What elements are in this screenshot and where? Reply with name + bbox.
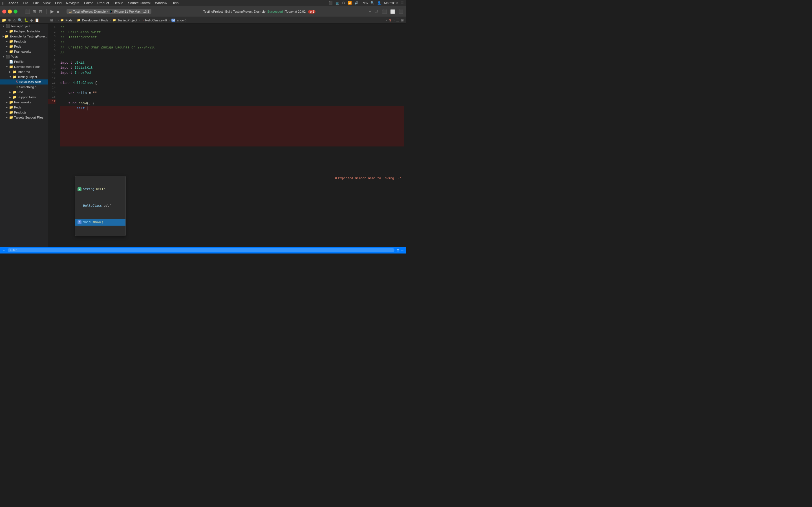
tree-label: Frameworks: [14, 50, 31, 53]
inspector-toggle-icon[interactable]: ⬛: [398, 9, 404, 14]
tree-item-products-2[interactable]: ▶ 📁 Products: [0, 110, 48, 115]
sidebar-toggle-icon[interactable]: ⬛: [24, 9, 31, 14]
editor-toolbar: ⊞ ‹ › 📁 Pods › 📁 Development Pods › 📁 Te…: [48, 17, 406, 24]
report-icon[interactable]: 📋: [35, 18, 39, 22]
arrow-icon: ›: [107, 10, 108, 13]
autocomplete-item-show[interactable]: M Void show(): [75, 219, 125, 226]
menu-find[interactable]: Find: [55, 1, 61, 5]
split-editor-icon[interactable]: ⇄: [375, 9, 379, 14]
filter-icon[interactable]: ⊟: [38, 9, 43, 14]
sidebar-toolbar: 📁 ⊕ ⚠ 🔍 🐛 ◆ 📋: [0, 17, 48, 24]
minimize-window-button[interactable]: [8, 10, 12, 13]
folder-icon[interactable]: 📁: [2, 18, 6, 22]
debug-icon[interactable]: 🐛: [24, 18, 29, 22]
sound-icon: 🔊: [355, 1, 359, 5]
menu-editor[interactable]: Editor: [84, 1, 93, 5]
menu-product[interactable]: Product: [97, 1, 109, 5]
menu-window[interactable]: Window: [155, 1, 167, 5]
alternate-layout-icon[interactable]: ⬜: [390, 9, 396, 14]
autocomplete-item-hello[interactable]: V String hello: [75, 186, 125, 193]
list-view-icon[interactable]: ☰: [401, 248, 404, 252]
autocomplete-type-3: Void: [83, 220, 91, 225]
filter-input[interactable]: [8, 248, 395, 252]
tree-item-testing-project-sub[interactable]: ▼ 📁 TestingProject: [0, 74, 48, 79]
hierarchy-icon[interactable]: ⊞: [32, 9, 37, 14]
tree-item-podfile[interactable]: 📄 Podfile: [0, 59, 48, 64]
tree-item-frameworks-2[interactable]: ▶ 📁 Frameworks: [0, 100, 48, 105]
project-name: TestingProject-Example: [73, 10, 106, 13]
breadcrumb-dev-pods[interactable]: Development Pods: [82, 18, 108, 22]
menu-debug[interactable]: Debug: [113, 1, 123, 5]
tree-item-innerpod[interactable]: ▶ 📁 InnerPod: [0, 69, 48, 74]
back-icon[interactable]: ‹: [55, 18, 56, 22]
tree-item-pods-sub[interactable]: ▶ 📁 Pods: [0, 105, 48, 110]
breadcrumb-pods[interactable]: Pods: [65, 18, 72, 22]
tree-item-something-h[interactable]: H Something.h: [0, 84, 48, 90]
tree-item-frameworks-1[interactable]: ▶ 📁 Frameworks: [0, 49, 48, 54]
editor-options-icon[interactable]: ☰: [396, 18, 399, 22]
menubar:  Xcode File Edit View Find Navigate Edi…: [0, 0, 406, 6]
code-editor[interactable]: 1 2 3 4 5 6 7 8 9 10 11 12 13 14 15 16 1…: [48, 24, 406, 247]
menu-extras-icon[interactable]: ☰: [401, 1, 404, 5]
code-content[interactable]: // // HelloClass.swift // TestingProject…: [58, 24, 406, 247]
tree-label: Development Pods: [14, 65, 40, 68]
editor-area: ⊞ ‹ › 📁 Pods › 📁 Development Pods › 📁 Te…: [48, 17, 406, 247]
menu-view[interactable]: View: [43, 1, 50, 5]
project-selector[interactable]: 🗂 TestingProject-Example › 📱 iPhone 11 P…: [66, 9, 151, 14]
warning-icon[interactable]: ⚠: [13, 18, 16, 22]
tree-label: HelloClass.swift: [19, 80, 41, 83]
tree-item-dev-pods[interactable]: ▼ 📁 Development Pods: [0, 64, 48, 69]
tree-item-products-1[interactable]: ▶ 📁 Products: [0, 39, 48, 44]
search-icon[interactable]: 🔍: [370, 1, 374, 5]
tree-label: Targets Support Files: [14, 116, 43, 119]
prev-issue-icon[interactable]: ‹: [386, 18, 387, 22]
menu-help[interactable]: Help: [172, 1, 179, 5]
stop-button[interactable]: ■: [56, 9, 59, 14]
maximize-window-button[interactable]: [13, 10, 17, 13]
breakpoint-icon[interactable]: ◆: [30, 18, 33, 22]
tree-item-testing-project[interactable]: ▼ ⬛ TestingProject: [0, 24, 48, 29]
breadcrumb-file[interactable]: HelloClass.swift: [145, 18, 167, 22]
device-name: iPhone 11 Pro Max - 13.3: [114, 10, 149, 13]
screen-icon: ⬛: [329, 1, 333, 5]
search-sidebar-icon[interactable]: 🔍: [18, 18, 22, 22]
add-button[interactable]: ＋: [367, 8, 372, 15]
method-badge: M: [171, 18, 175, 22]
git-icon[interactable]: ⊕: [8, 18, 11, 22]
menu-xcode[interactable]: Xcode: [8, 1, 18, 5]
tree-item-targets-support[interactable]: ▶ 📁 Targets Support Files: [0, 115, 48, 120]
no-badge: [78, 204, 82, 208]
menu-edit[interactable]: Edit: [33, 1, 39, 5]
grid-icon[interactable]: ⊞: [50, 18, 53, 22]
autocomplete-name-1: hello: [96, 187, 105, 192]
menu-navigate[interactable]: Navigate: [66, 1, 79, 5]
airplay-icon: 📺: [336, 1, 340, 5]
menu-file[interactable]: File: [23, 1, 28, 5]
breadcrumb-testing-project[interactable]: TestingProject: [117, 18, 137, 22]
dev-pods-folder-icon: 📁: [77, 18, 80, 22]
tree-item-podspec-metadata[interactable]: ▶ 📁 Podspec Metadata: [0, 29, 48, 34]
apple-menu[interactable]: : [2, 1, 4, 5]
add-file-icon[interactable]: ＋: [2, 248, 5, 252]
forward-icon[interactable]: ›: [57, 18, 59, 22]
tree-item-example[interactable]: ▶ 📁 Example for TestingProject: [0, 34, 48, 39]
next-issue-icon[interactable]: ›: [393, 18, 395, 22]
run-button[interactable]: ▶: [50, 8, 54, 15]
bluetooth-icon: ⬡: [342, 1, 345, 5]
grid-view-icon[interactable]: ⊞: [397, 248, 399, 252]
breadcrumb-method[interactable]: show(): [177, 18, 186, 22]
tree-item-pods-project[interactable]: ▼ ⬛ Pods: [0, 54, 48, 59]
autocomplete-item-self[interactable]: HelloClass self: [75, 203, 125, 209]
close-window-button[interactable]: [2, 10, 6, 13]
tree-item-helloclass-swift[interactable]: S HelloClass.swift: [0, 79, 48, 84]
panel-layout-icon[interactable]: ⬛: [382, 9, 388, 14]
split-editor-btn[interactable]: ⊞: [401, 18, 404, 22]
tree-item-pods-group[interactable]: ▶ 📁 Pods: [0, 44, 48, 49]
tree-item-pod-sub[interactable]: ▶ 📁 Pod: [0, 90, 48, 95]
tree-label: Products: [14, 40, 26, 43]
tree-label: TestingProject: [11, 24, 30, 28]
tree-item-support-files[interactable]: ▶ 📁 Support Files: [0, 95, 48, 100]
tree-label: Pods: [11, 55, 18, 58]
breadcrumb-sep-2: ›: [110, 18, 111, 22]
menu-source-control[interactable]: Source Control: [128, 1, 151, 5]
